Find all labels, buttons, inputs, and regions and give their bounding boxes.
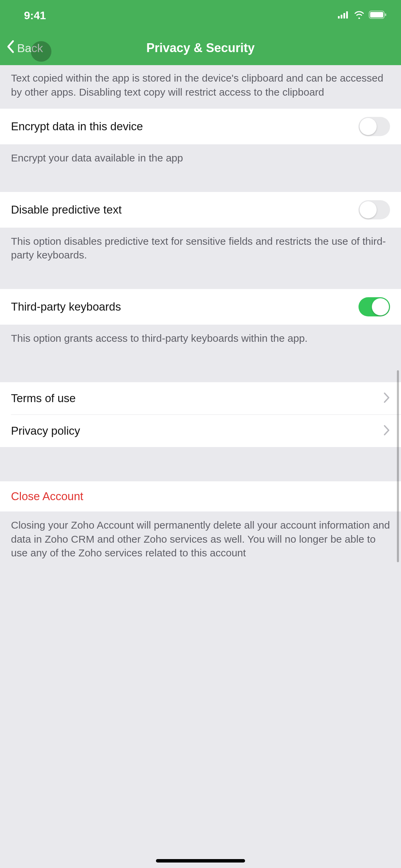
chevron-right-icon (383, 424, 390, 437)
status-bar: 9:41 (0, 0, 401, 31)
close-account-description: Closing your Zoho Account will permanent… (0, 511, 401, 570)
status-icons (338, 10, 387, 21)
home-indicator[interactable] (156, 859, 245, 863)
encrypt-data-toggle[interactable] (359, 117, 390, 136)
svg-rect-6 (385, 13, 386, 16)
nav-bar: Back Privacy & Security (0, 31, 401, 65)
svg-rect-2 (343, 13, 345, 19)
battery-icon (369, 10, 387, 21)
disable-predictive-label: Disable predictive text (11, 203, 122, 216)
disable-predictive-description: This option disables predictive text for… (0, 228, 401, 272)
encrypt-data-description: Encrypt your data available in the app (0, 144, 401, 175)
content: Text copied within the app is stored in … (0, 65, 401, 868)
encrypt-data-row[interactable]: Encrypt data in this device (0, 109, 401, 144)
close-account-row[interactable]: Close Account (0, 481, 401, 511)
clipboard-description: Text copied within the app is stored in … (0, 65, 401, 109)
scroll-indicator[interactable] (397, 370, 399, 562)
terms-of-use-row[interactable]: Terms of use (0, 382, 401, 414)
disable-predictive-toggle[interactable] (359, 200, 390, 219)
terms-of-use-label: Terms of use (11, 392, 76, 405)
cellular-icon (338, 11, 350, 20)
svg-rect-1 (341, 15, 342, 19)
page-title: Privacy & Security (0, 41, 401, 55)
back-label: Back (17, 41, 43, 55)
svg-rect-3 (346, 11, 348, 19)
chevron-right-icon (383, 392, 390, 405)
svg-rect-0 (338, 16, 340, 19)
third-party-keyboards-label: Third-party keyboards (11, 300, 121, 313)
svg-rect-5 (370, 12, 383, 17)
third-party-keyboards-toggle[interactable] (359, 297, 390, 316)
back-button[interactable]: Back (6, 40, 43, 56)
encrypt-data-label: Encrypt data in this device (11, 120, 143, 133)
privacy-policy-label: Privacy policy (11, 424, 80, 437)
status-time: 9:41 (24, 9, 46, 22)
third-party-keyboards-row[interactable]: Third-party keyboards (0, 289, 401, 325)
disable-predictive-row[interactable]: Disable predictive text (0, 192, 401, 228)
wifi-icon (354, 11, 365, 20)
chevron-left-icon (6, 40, 14, 56)
third-party-keyboards-description: This option grants access to third-party… (0, 325, 401, 355)
close-account-label: Close Account (11, 490, 83, 503)
privacy-policy-row[interactable]: Privacy policy (0, 415, 401, 447)
